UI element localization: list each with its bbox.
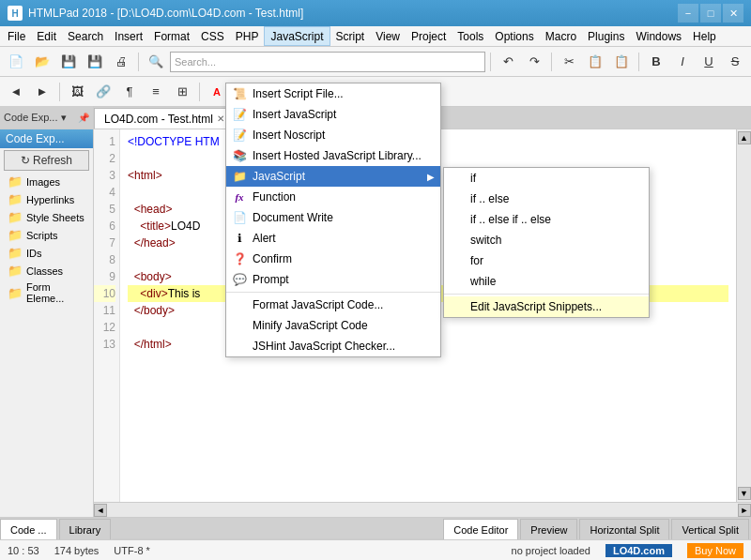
menu-javascript[interactable]: JavaScript bbox=[264, 26, 330, 46]
submenu-if-else[interactable]: if .. else bbox=[444, 189, 649, 209]
menu-jshint[interactable]: JSHint JavaScript Checker... bbox=[226, 336, 440, 356]
menu-tools[interactable]: Tools bbox=[452, 26, 489, 46]
tree-label: Style Sheets bbox=[26, 212, 84, 223]
folder-icon: 📁 bbox=[8, 246, 23, 260]
bold-button[interactable]: B bbox=[644, 50, 668, 74]
scrollbar-bottom: ◄ ► bbox=[94, 502, 751, 517]
submenu-switch[interactable]: switch bbox=[444, 230, 649, 250]
scroll-up-btn[interactable]: ▲ bbox=[738, 131, 751, 144]
tree-item-images[interactable]: 📁 Images bbox=[0, 173, 93, 190]
menu-options[interactable]: Options bbox=[489, 26, 539, 46]
submenu-while[interactable]: while bbox=[444, 271, 649, 292]
menu-css[interactable]: CSS bbox=[195, 26, 230, 46]
menu-insert-script-file[interactable]: 📜 Insert Script File... bbox=[226, 83, 440, 104]
buy-now-button[interactable]: Buy Now bbox=[687, 543, 743, 558]
image-button[interactable]: 🖼 bbox=[65, 80, 89, 104]
menu-search[interactable]: Search bbox=[62, 26, 109, 46]
tab-library[interactable]: Library bbox=[59, 519, 112, 539]
paste-button[interactable]: 📋 bbox=[609, 50, 634, 74]
save-button[interactable]: 💾 bbox=[56, 50, 81, 74]
submenu-arrow-icon: ▶ bbox=[427, 172, 435, 182]
menu-insert[interactable]: Insert bbox=[109, 26, 148, 46]
menu-format-js[interactable]: Format JavaScript Code... bbox=[226, 295, 440, 315]
tree-item-scripts[interactable]: 📁 Scripts bbox=[0, 226, 93, 244]
status-project: no project loaded bbox=[512, 545, 590, 556]
confirm-icon: ❓ bbox=[232, 251, 247, 266]
scroll-down-btn[interactable]: ▼ bbox=[738, 487, 751, 500]
submenu-if[interactable]: if bbox=[444, 168, 649, 189]
tree-item-hyperlinks[interactable]: 📁 Hyperlinks bbox=[0, 190, 93, 208]
maximize-button[interactable]: □ bbox=[700, 4, 721, 23]
table-button[interactable]: ⊞ bbox=[170, 80, 194, 104]
separator3 bbox=[551, 53, 552, 71]
menu-view[interactable]: View bbox=[370, 26, 406, 46]
new-button[interactable]: 📄 bbox=[4, 50, 28, 74]
cut-button[interactable]: ✂ bbox=[557, 50, 581, 74]
folder-icon: 📁 bbox=[8, 286, 23, 300]
menu-prompt[interactable]: 💬 Prompt bbox=[226, 269, 440, 290]
redo-button[interactable]: ↷ bbox=[522, 50, 546, 74]
open-button[interactable]: 📂 bbox=[30, 50, 54, 74]
menu-edit[interactable]: Edit bbox=[31, 26, 62, 46]
doc-tab-test[interactable]: LO4D.com - Test.html ✕ bbox=[94, 108, 235, 129]
menu-php[interactable]: PHP bbox=[230, 26, 265, 46]
menu-document-write[interactable]: 📄 Document Write bbox=[226, 207, 440, 228]
menu-insert-javascript[interactable]: 📝 Insert JavaScript bbox=[226, 104, 440, 125]
doc-tab-close[interactable]: ✕ bbox=[217, 114, 224, 124]
submenu-edit-snippets[interactable]: Edit JavaScript Snippets... bbox=[444, 296, 649, 317]
if-else-if-label: if .. else if .. else bbox=[470, 213, 551, 226]
refresh-button[interactable]: ↻ Refresh bbox=[4, 150, 89, 171]
tree-item-classes[interactable]: 📁 Classes bbox=[0, 262, 93, 280]
menu-function[interactable]: fx Function bbox=[226, 187, 440, 207]
while-label: while bbox=[470, 275, 496, 288]
forward-button[interactable]: ► bbox=[30, 80, 54, 104]
submenu-for[interactable]: for bbox=[444, 250, 649, 271]
submenu-if-else-if[interactable]: if .. else if .. else bbox=[444, 209, 649, 230]
menu-file[interactable]: File bbox=[2, 26, 31, 46]
fx-icon: fx bbox=[232, 189, 247, 204]
scroll-left-bottom[interactable]: ◄ bbox=[94, 504, 107, 517]
tree-item-stylesheets[interactable]: 📁 Style Sheets bbox=[0, 208, 93, 226]
save-all-button[interactable]: 💾 bbox=[83, 50, 107, 74]
titlebar-title: HTMLPad 2018 - [D:\LO4D.com\LO4D.com - T… bbox=[28, 7, 303, 20]
link-button[interactable]: 🔗 bbox=[91, 80, 115, 104]
print-button[interactable]: 🖨 bbox=[109, 50, 133, 74]
tab-preview[interactable]: Preview bbox=[520, 519, 577, 539]
minimize-button[interactable]: − bbox=[678, 4, 698, 23]
close-button[interactable]: ✕ bbox=[723, 4, 743, 23]
menu-minify-js[interactable]: Minify JavaScript Code bbox=[226, 315, 440, 336]
menu-javascript-sub[interactable]: 📁 JavaScript ▶ bbox=[226, 166, 440, 187]
find-button[interactable]: 🔍 bbox=[144, 50, 168, 74]
menu-windows[interactable]: Windows bbox=[630, 26, 687, 46]
folder-icon: 📁 bbox=[8, 228, 23, 242]
menu-plugins[interactable]: Plugins bbox=[582, 26, 630, 46]
status-position: 10 : 53 bbox=[8, 545, 39, 556]
tab-code-editor-right[interactable]: Code Editor bbox=[443, 519, 518, 539]
tree-label: Form Eleme... bbox=[26, 281, 85, 304]
strikethrough-button[interactable]: S bbox=[723, 50, 747, 74]
menu-insert-hosted[interactable]: 📚 Insert Hosted JavaScript Library... bbox=[226, 145, 440, 166]
sep-t2 bbox=[59, 83, 60, 101]
para-button[interactable]: ¶ bbox=[117, 80, 142, 104]
menu-macro[interactable]: Macro bbox=[540, 26, 582, 46]
menu-insert-noscript[interactable]: 📝 Insert Noscript bbox=[226, 125, 440, 145]
titlebar-controls: − □ ✕ bbox=[678, 4, 743, 23]
tree-item-form-elements[interactable]: 📁 Form Eleme... bbox=[0, 280, 93, 306]
scroll-right-bottom[interactable]: ► bbox=[738, 504, 751, 517]
menu-format[interactable]: Format bbox=[148, 26, 195, 46]
tab-code-editor[interactable]: Code ... bbox=[0, 519, 57, 539]
tab-horizontal-split[interactable]: Horizontal Split bbox=[579, 519, 669, 539]
back-button[interactable]: ◄ bbox=[4, 80, 28, 104]
undo-button[interactable]: ↶ bbox=[496, 50, 520, 74]
italic-button[interactable]: I bbox=[670, 50, 695, 74]
copy-button[interactable]: 📋 bbox=[583, 50, 607, 74]
list-button[interactable]: ≡ bbox=[144, 80, 168, 104]
menu-project[interactable]: Project bbox=[406, 26, 452, 46]
underline-button[interactable]: U bbox=[697, 50, 721, 74]
menu-alert[interactable]: ℹ Alert bbox=[226, 228, 440, 249]
tab-vertical-split[interactable]: Vertical Split bbox=[671, 519, 749, 539]
menu-script[interactable]: Script bbox=[330, 26, 371, 46]
menu-confirm[interactable]: ❓ Confirm bbox=[226, 249, 440, 269]
tree-item-ids[interactable]: 📁 IDs bbox=[0, 244, 93, 262]
menu-help[interactable]: Help bbox=[687, 26, 722, 46]
